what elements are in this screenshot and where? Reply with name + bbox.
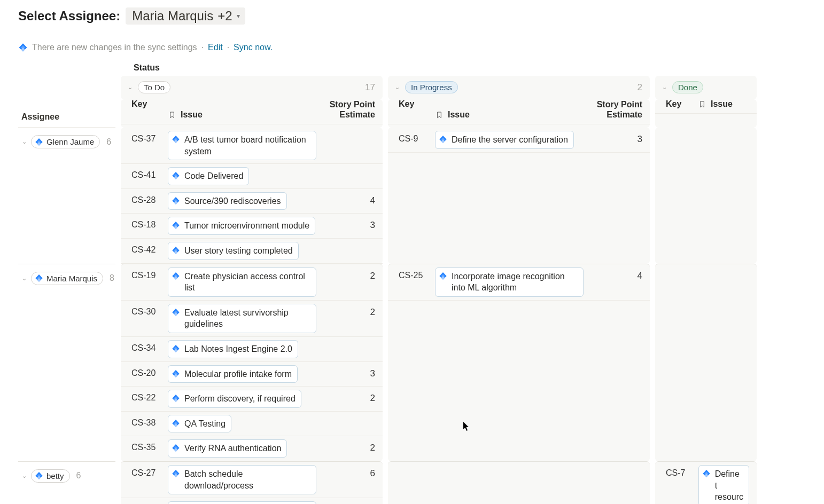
sync-edit-link[interactable]: Edit	[208, 43, 223, 52]
issue-key: CS-34	[131, 340, 168, 353]
issue-story-points: 3	[584, 131, 642, 145]
collapse-toggle-group[interactable]: ⌄	[20, 275, 28, 282]
issue-key: CS-38	[131, 415, 168, 428]
issue-key: CS-18	[131, 217, 168, 230]
issue-chip[interactable]: Tumor microenvironment module	[168, 217, 315, 235]
issue-chip[interactable]: A/B test tumor board notification system	[168, 131, 316, 160]
issue-story-points	[316, 340, 375, 343]
issue-story-points: 4	[316, 192, 375, 206]
issue-story-points	[316, 167, 375, 170]
issue-key: CS-37	[131, 131, 168, 144]
issue-row[interactable]: CS-7 Define t resourc	[655, 462, 757, 504]
lane-count-todo: 17	[365, 82, 375, 93]
jira-icon	[35, 471, 43, 480]
issue-chip[interactable]: Verify RNA authentication	[168, 439, 287, 458]
collapse-toggle-done[interactable]: ⌄	[660, 84, 668, 91]
issue-key: CS-27	[131, 465, 168, 478]
issue-title: Incorporate image recognition into ML al…	[452, 271, 578, 294]
assignee-chip[interactable]: Maria Marquis	[31, 272, 103, 285]
issue-story-points: 4	[584, 267, 642, 281]
status-pill-progress[interactable]: In Progress	[405, 81, 458, 93]
jira-icon	[439, 135, 447, 144]
collapse-toggle-group[interactable]: ⌄	[20, 472, 28, 479]
assignee-selector[interactable]: Maria Marquis +2 ▾	[126, 7, 245, 25]
lane-count-progress: 2	[638, 82, 642, 93]
col-header-story-points: Story Point Estimate	[316, 99, 375, 120]
issue-title: A/B test tumor board notification system	[184, 134, 310, 157]
assignee-chip[interactable]: Glenn Jaume	[31, 135, 100, 148]
issue-chip[interactable]: User story testing completed	[168, 242, 299, 260]
issue-chip[interactable]: Lab Notes Ingest Engine 2.0	[168, 340, 298, 358]
issue-chip[interactable]: Molecular profile intake form	[168, 365, 298, 383]
issue-title: Molecular profile intake form	[184, 368, 292, 380]
issue-title: Create physician access control list	[184, 271, 310, 294]
issue-story-points: 2	[316, 439, 375, 453]
issue-chip[interactable]: Being machine learning node embed proces…	[168, 501, 316, 504]
separator: ·	[227, 43, 229, 52]
issue-chip[interactable]: QA Testing	[168, 415, 231, 433]
issue-title: Verify RNA authentication	[184, 443, 281, 454]
issue-key: CS-16	[131, 501, 168, 504]
issue-chip[interactable]: Evaluate latest survivorship guidelines	[168, 304, 316, 333]
issue-title: Define t resourc	[715, 468, 743, 503]
issue-chip[interactable]: Batch schedule download/process	[168, 465, 316, 494]
issue-story-points	[316, 415, 375, 418]
status-pill-todo[interactable]: To Do	[138, 81, 170, 93]
sync-now-link[interactable]: Sync now.	[234, 43, 273, 52]
jira-icon	[439, 272, 447, 280]
issue-chip[interactable]: Source/390 rediscoveries	[168, 192, 287, 210]
issue-chip[interactable]: Code Delivered	[168, 167, 249, 185]
issue-key: CS-19	[131, 267, 168, 280]
issue-row[interactable]: CS-34 Lab Notes Ingest Engine 2.0	[121, 337, 383, 362]
assignee-chip[interactable]: betty	[31, 469, 70, 483]
issue-row[interactable]: CS-16 Being machine learning node embed …	[121, 498, 383, 504]
issue-chip[interactable]: Incorporate image recognition into ML al…	[435, 267, 584, 297]
issue-row[interactable]: CS-41 Code Delivered	[121, 164, 383, 189]
collapse-toggle-todo[interactable]: ⌄	[126, 84, 134, 91]
issue-title: Tumor microenvironment module	[184, 220, 309, 232]
separator: ·	[201, 43, 204, 52]
issue-row[interactable]: CS-42 User story testing completed	[121, 239, 383, 264]
issue-chip[interactable]: Define t resourc	[698, 465, 749, 504]
jira-icon	[172, 171, 180, 180]
issue-title: Batch schedule download/process	[184, 468, 310, 491]
issue-row[interactable]: CS-35 Verify RNA authentication 2	[121, 436, 383, 461]
issue-row[interactable]: CS-28 Source/390 rediscoveries 4	[121, 189, 383, 214]
bookmark-icon	[698, 100, 706, 109]
issue-chip[interactable]: Define the server configuration	[435, 131, 574, 149]
jira-icon	[35, 274, 43, 282]
issue-row[interactable]: CS-20 Molecular profile intake form 3	[121, 362, 383, 387]
issue-title: QA Testing	[184, 418, 226, 430]
jira-icon	[172, 196, 180, 205]
issue-key: CS-25	[399, 267, 435, 280]
issue-row[interactable]: CS-27 Batch schedule download/process 6	[121, 462, 383, 498]
status-pill-done[interactable]: Done	[672, 81, 703, 93]
issue-row[interactable]: CS-37 A/B test tumor board notification …	[121, 128, 383, 164]
jira-icon	[172, 394, 180, 403]
issue-row[interactable]: CS-22 Perform discovery, if required 2	[121, 387, 383, 412]
jira-icon	[35, 138, 43, 146]
assignee-selector-value: Maria Marquis	[132, 9, 213, 23]
col-header-issue: Issue	[435, 99, 584, 120]
lane-todo: ⌄ To Do 17	[121, 76, 383, 99]
issue-title: User story testing completed	[184, 245, 293, 257]
issue-chip[interactable]: Perform discovery, if required	[168, 390, 301, 408]
collapse-toggle-progress[interactable]: ⌄	[393, 84, 401, 91]
jira-icon	[702, 469, 711, 478]
issue-title: Source/390 rediscoveries	[184, 195, 281, 207]
issue-story-points	[316, 131, 375, 134]
issue-row[interactable]: CS-9 Define the server configuration 3	[388, 128, 650, 153]
issue-row[interactable]: CS-30 Evaluate latest survivorship guide…	[121, 301, 383, 337]
jira-icon	[172, 369, 180, 378]
issue-row[interactable]: CS-38 QA Testing	[121, 412, 383, 437]
issue-row[interactable]: CS-25 Incorporate image recognition into…	[388, 264, 650, 301]
issue-chip[interactable]: Create physician access control list	[168, 267, 316, 297]
issue-title: Lab Notes Ingest Engine 2.0	[184, 343, 292, 355]
collapse-toggle-group[interactable]: ⌄	[20, 138, 28, 145]
issue-row[interactable]: CS-19 Create physician access control li…	[121, 264, 383, 301]
assignee-issue-count: 8	[106, 273, 114, 283]
issue-row[interactable]: CS-18 Tumor microenvironment module 3	[121, 214, 383, 239]
issue-story-points	[316, 242, 375, 245]
issue-key: CS-41	[131, 167, 168, 180]
col-header-key: Key	[666, 99, 698, 109]
